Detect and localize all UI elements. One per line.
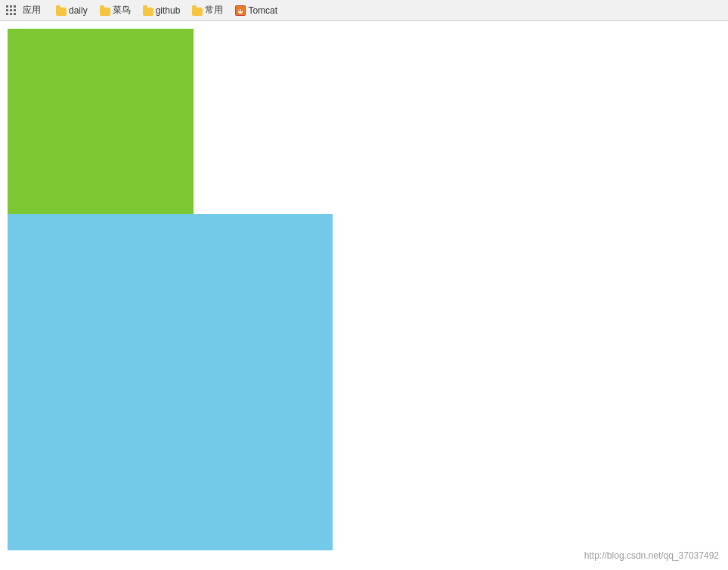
blue-rectangle [8,214,333,550]
bookmark-github[interactable]: github [138,4,185,17]
bookmark-caoniao-label: 菜鸟 [113,4,131,17]
apps-dot [14,13,16,15]
apps-label[interactable]: 应用 [18,2,45,18]
bookmark-tomcat[interactable]: Tomcat [231,4,282,17]
apps-dot [14,5,16,8]
bookmarks-bar: 应用 daily 菜鸟 github 常用 [0,0,728,21]
apps-dot [6,9,8,11]
apps-dot [10,9,12,11]
folder-icon [192,8,203,16]
bookmark-tomcat-label: Tomcat [248,5,277,16]
watermark: http://blog.csdn.net/qq_37037492 [584,550,719,561]
bookmark-daily[interactable]: daily [51,4,92,17]
apps-section[interactable]: 应用 [6,2,45,18]
bookmark-github-label: github [156,5,181,16]
folder-icon [56,8,67,16]
folder-icon [143,8,153,16]
apps-grid-icon[interactable] [6,5,17,16]
green-rectangle [8,29,194,214]
apps-dot [14,9,16,11]
apps-dot [10,13,12,15]
folder-icon [100,8,110,16]
tomcat-icon [235,5,246,16]
apps-dot [6,13,8,15]
bookmark-changyong-label: 常用 [205,4,223,17]
apps-dot [10,5,12,8]
bookmark-changyong[interactable]: 常用 [187,2,228,18]
bookmark-caoniao[interactable]: 菜鸟 [95,2,135,18]
bookmark-daily-label: daily [69,5,88,16]
apps-dot [6,5,8,8]
main-content: http://blog.csdn.net/qq_37037492 [0,21,728,570]
